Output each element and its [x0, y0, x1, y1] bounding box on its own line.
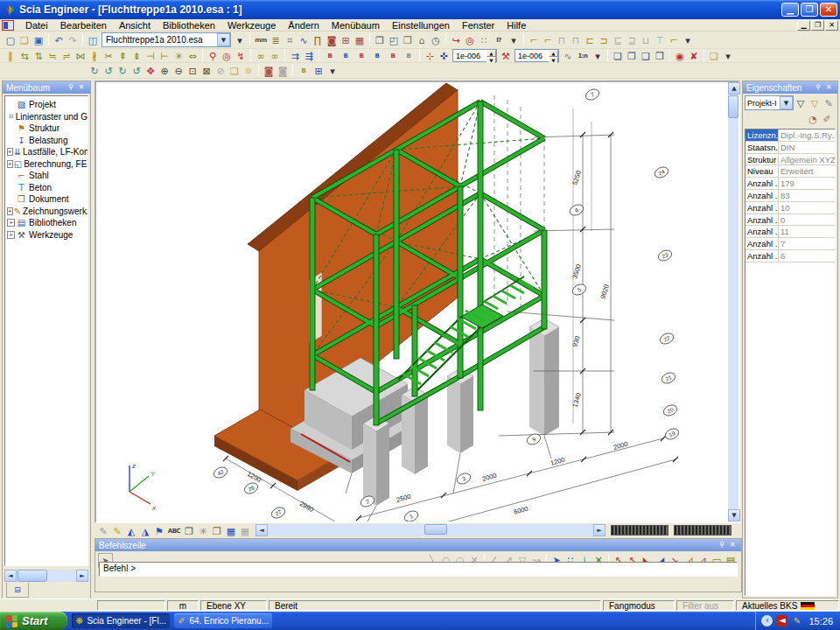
add-node-a-icon[interactable]: ⇉	[288, 49, 302, 62]
zoom-all-icon[interactable]: ⊠	[200, 64, 214, 77]
sidebar-item-lastf-lle-lf-komb[interactable]: +⇊Lastfälle, LF-Komb	[7, 146, 88, 158]
bar-extend-icon[interactable]: ⇞	[116, 49, 130, 62]
beam-type-6-icon[interactable]: ⊐	[597, 33, 611, 46]
bar-scale-icon[interactable]: ≓	[60, 49, 74, 62]
scroll-right-icon[interactable]: ►	[76, 570, 88, 582]
bar-trim-icon[interactable]: ✂	[102, 49, 116, 62]
plug-icon[interactable]: ⚲	[206, 49, 220, 62]
beam-type-5-icon[interactable]: ⊏	[583, 33, 597, 46]
folder-view-icon[interactable]: ❏	[228, 64, 242, 77]
image-icon[interactable]: ▦	[224, 524, 238, 537]
xy-graph-icon[interactable]: ∿	[297, 33, 311, 46]
zoom-window-icon[interactable]: ⊡	[186, 64, 200, 77]
menu-men-baum[interactable]: Menübaum	[326, 20, 386, 31]
paint-tray-icon[interactable]: ✎	[791, 616, 802, 626]
rotate-view-4-icon[interactable]: ↺	[130, 64, 144, 77]
rotate-view-1-icon[interactable]: ↻	[88, 64, 102, 77]
abc-labels-icon[interactable]: ABC	[166, 524, 182, 537]
beam-type-11-icon[interactable]: ⌐	[667, 33, 681, 46]
support-1-icon[interactable]: B	[322, 49, 338, 62]
precision-spinner-a[interactable]: 1e-006 ▲▼	[452, 49, 497, 62]
property-row[interactable]: Anzahl ...7	[746, 238, 835, 250]
status-bks[interactable]: Aktuelles BKS	[736, 600, 839, 611]
link-a-icon[interactable]: ∞	[254, 49, 268, 62]
copy-properties-icon[interactable]: ❑	[639, 49, 653, 62]
expand-plus-icon[interactable]: +	[7, 219, 15, 227]
bar-align-left-icon[interactable]: ⊣	[144, 49, 158, 62]
units-mm-cm-icon[interactable]: mm cm	[253, 33, 269, 46]
scroll-right-icon[interactable]: ►	[593, 524, 606, 536]
scroll-down-icon[interactable]: ▼	[728, 509, 740, 522]
document-icon[interactable]: ❒	[401, 33, 415, 46]
camera-icon[interactable]: ◙	[262, 64, 276, 77]
palette-icon[interactable]: ◙	[325, 33, 339, 46]
document-app-icon[interactable]	[2, 20, 14, 31]
status-snap-mode[interactable]: Fangmodus	[603, 600, 675, 611]
scroll-left-icon[interactable]: ◄	[4, 570, 17, 582]
axis-view-icon[interactable]: ✥	[144, 64, 158, 77]
redo-icon[interactable]: ↷	[66, 33, 80, 46]
status-filter[interactable]: Filter aus	[676, 600, 734, 611]
filter-funnel-icon[interactable]: ▽	[794, 96, 808, 109]
mdi-restore-button[interactable]: ❐	[811, 20, 824, 31]
taskbar-task-document[interactable]: ✐ 64. Enrico Pieranu...	[174, 613, 272, 628]
sidebar-item-bibliotheken[interactable]: +▤Bibliotheken	[7, 217, 88, 229]
grid-window-icon[interactable]: ⊞	[339, 33, 353, 46]
close-button[interactable]: ✕	[820, 3, 837, 17]
dropdown-4-icon[interactable]: ▾	[721, 49, 735, 62]
property-row[interactable]: Anzahl ...0	[746, 214, 835, 227]
menubaum-bottom-tab[interactable]: ⊟	[6, 583, 29, 598]
property-row[interactable]: Anzahl ...6	[746, 250, 835, 262]
close-icon[interactable]: ✕	[823, 83, 834, 93]
menu-bearbeiten[interactable]: Bearbeiten	[54, 20, 113, 31]
printer-icon[interactable]: ❐	[182, 524, 196, 537]
properties-combo[interactable]: Projekt-I ▼	[745, 95, 794, 110]
combo-extra-dropdown-icon[interactable]: ▾	[233, 33, 247, 46]
sidebar-item-dokument[interactable]: ❒Dokument	[7, 193, 88, 206]
property-row[interactable]: Anzahl ...10	[746, 202, 835, 214]
filter-lightning-icon[interactable]: ▽	[808, 96, 822, 109]
menu-ndern[interactable]: Ändern	[282, 20, 325, 31]
dropdown-1-icon[interactable]: ▾	[507, 33, 521, 46]
folder-add-icon[interactable]: ❏	[707, 49, 721, 62]
bar-connect-icon[interactable]: ⇔	[186, 49, 200, 62]
bar-copy-icon[interactable]: ∥	[4, 49, 18, 62]
zoom-out-icon[interactable]: ⊖	[172, 64, 186, 77]
menubaum-hscrollbar[interactable]: ◄ ►	[4, 570, 88, 582]
viewport-hscrollbar[interactable]: ◄ ►	[256, 524, 606, 536]
pin-icon[interactable]: ⚲	[717, 541, 727, 550]
book-icon[interactable]: ❒	[210, 524, 224, 537]
tray-chevron-icon[interactable]: ‹	[761, 615, 773, 626]
history-clock-icon[interactable]: ◷	[429, 33, 443, 46]
export-icon[interactable]: ↪	[449, 33, 463, 46]
menu-hilfe[interactable]: Hilfe	[500, 20, 532, 31]
beam-type-2-icon[interactable]: ⌐	[541, 33, 555, 46]
scroll-up-icon[interactable]: ▲	[728, 82, 740, 94]
bar-mirror-icon[interactable]: ≒	[46, 49, 60, 62]
curve-smooth-icon[interactable]: ∿	[561, 49, 575, 62]
bar-stretch-icon[interactable]: ⋈	[74, 49, 88, 62]
scroll-left-icon[interactable]: ◄	[256, 524, 268, 536]
menu-fenster[interactable]: Fenster	[456, 20, 500, 31]
sidebar-item-struktur[interactable]: ⚑Struktur	[7, 122, 88, 135]
taskbar-task-scia[interactable]: ❋ Scia Engineer - [Fl...	[72, 613, 170, 628]
paste-object-icon[interactable]: ❐	[625, 49, 639, 62]
probe-icon[interactable]: ↯	[234, 49, 248, 62]
expand-plus-icon[interactable]: +	[7, 231, 15, 239]
brush-icon[interactable]: ✐	[820, 112, 834, 125]
mdi-minimize-button[interactable]: ▁	[797, 20, 810, 31]
print-icon[interactable]: ❐	[373, 33, 387, 46]
sidebar-item-zeichnungswerkz[interactable]: +✎Zeichnungswerkz	[7, 206, 88, 218]
sidebar-item-beton[interactable]: TBeton	[7, 182, 88, 194]
window-layout-icon[interactable]: ◫	[86, 33, 100, 46]
model-3d-view[interactable]: 5250350093013409020120029801260250020001…	[96, 82, 730, 522]
calc-b-icon[interactable]: B	[296, 64, 312, 77]
center-target-icon[interactable]: ✜	[437, 49, 451, 62]
befehlszeile-title-bar[interactable]: Befehlszeile ⚲ ✕	[95, 539, 741, 551]
sidebar-item-werkzeuge[interactable]: +⚒Werkzeuge	[7, 229, 88, 242]
precision-spinner-b[interactable]: 1e-006 ▲▼	[514, 49, 559, 62]
property-row[interactable]: Anzahl ...179	[746, 178, 835, 190]
support-6-icon[interactable]: B	[401, 49, 416, 62]
print-preview-icon[interactable]: ◰	[387, 33, 401, 46]
eye-visibility-icon[interactable]: ◉	[673, 49, 687, 62]
